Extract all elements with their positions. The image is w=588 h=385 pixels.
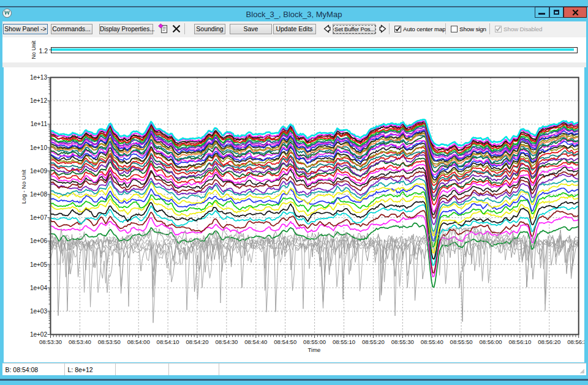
svg-text:08:54:20: 08:54:20 <box>186 338 209 345</box>
svg-text:08:56:10: 08:56:10 <box>508 338 531 345</box>
svg-text:08:56:30: 08:56:30 <box>567 338 584 345</box>
svg-text:1e+11: 1e+11 <box>31 121 48 127</box>
svg-text:1e+02: 1e+02 <box>30 331 48 338</box>
svg-text:1e+08: 1e+08 <box>30 191 48 198</box>
svg-text:08:54:10: 08:54:10 <box>157 338 179 345</box>
svg-text:Time: Time <box>308 346 321 353</box>
svg-text:08:55:20: 08:55:20 <box>362 338 385 345</box>
svg-text:08:53:40: 08:53:40 <box>69 338 91 345</box>
svg-text:08:55:30: 08:55:30 <box>391 338 414 345</box>
svg-text:1e+06: 1e+06 <box>30 237 48 244</box>
svg-text:Log - No Unit: Log - No Unit <box>20 170 27 204</box>
svg-text:08:53:30: 08:53:30 <box>39 338 62 345</box>
svg-text:1e+07: 1e+07 <box>30 214 48 221</box>
svg-text:1e+13: 1e+13 <box>30 74 48 81</box>
svg-text:08:54:50: 08:54:50 <box>274 338 296 345</box>
svg-text:08:54:30: 08:54:30 <box>215 338 238 345</box>
svg-text:08:55:10: 08:55:10 <box>333 338 355 345</box>
svg-text:1e+05: 1e+05 <box>30 261 48 268</box>
svg-text:1e+03: 1e+03 <box>30 308 48 315</box>
svg-text:1e+12: 1e+12 <box>30 97 48 104</box>
svg-text:1e+09: 1e+09 <box>30 168 48 174</box>
svg-text:1e+04: 1e+04 <box>30 285 48 291</box>
svg-text:08:56:20: 08:56:20 <box>538 338 560 345</box>
svg-text:08:54:40: 08:54:40 <box>244 338 267 345</box>
svg-text:08:55:50: 08:55:50 <box>450 338 473 345</box>
svg-text:08:55:00: 08:55:00 <box>303 338 326 345</box>
svg-text:08:53:50: 08:53:50 <box>98 338 121 345</box>
svg-text:1e+10: 1e+10 <box>30 144 48 151</box>
svg-text:08:54:00: 08:54:00 <box>127 338 150 345</box>
svg-text:08:56:00: 08:56:00 <box>480 338 502 345</box>
svg-text:08:55:40: 08:55:40 <box>421 338 443 345</box>
